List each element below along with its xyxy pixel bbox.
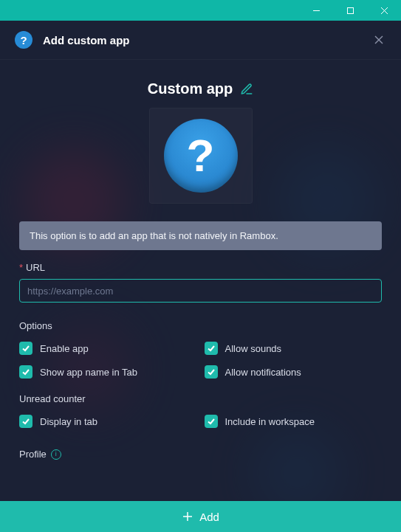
window-minimize-button[interactable] — [299, 0, 333, 21]
close-icon — [374, 35, 384, 45]
close-icon — [380, 7, 388, 15]
unread-counter-label: Unread counter — [19, 393, 382, 404]
checkbox-label: Enable app — [40, 343, 89, 354]
dialog-header: ? Add custom app — [0, 21, 401, 60]
checkbox-label: Include in workspace — [225, 416, 315, 427]
checkbox-checked-icon — [19, 415, 32, 428]
options-label: Options — [19, 320, 382, 331]
checkbox-checked-icon — [205, 342, 218, 355]
window-close-button[interactable] — [367, 0, 401, 21]
question-icon: ? — [15, 31, 32, 49]
include-in-workspace-checkbox[interactable]: Include in workspace — [205, 415, 383, 428]
url-input[interactable] — [19, 279, 382, 303]
dialog-body: Custom app ? This option is to add an ap… — [0, 60, 401, 501]
allow-notifications-checkbox[interactable]: Allow notifications — [205, 365, 383, 379]
checkbox-label: Allow sounds — [225, 343, 282, 354]
checkbox-label: Allow notifications — [225, 367, 301, 378]
allow-sounds-checkbox[interactable]: Allow sounds — [205, 342, 383, 355]
url-label: *URL — [19, 262, 382, 273]
required-indicator: * — [19, 262, 23, 273]
app-window: ? Add custom app Custom app ? This optio… — [0, 0, 401, 532]
profile-label-row: Profile i — [19, 449, 382, 460]
app-logo-picker[interactable]: ? — [149, 108, 253, 204]
maximize-icon — [346, 7, 354, 15]
app-name-row: Custom app — [19, 80, 382, 97]
checkbox-checked-icon — [19, 365, 32, 379]
app-name: Custom app — [148, 80, 233, 97]
profile-label: Profile — [19, 449, 47, 460]
show-app-name-checkbox[interactable]: Show app name in Tab — [19, 365, 197, 379]
display-in-tab-checkbox[interactable]: Display in tab — [19, 415, 197, 428]
plus-icon — [182, 511, 193, 522]
question-icon: ? — [164, 119, 238, 193]
pencil-icon — [240, 83, 253, 96]
add-button-label: Add — [199, 511, 219, 523]
dialog-close-button[interactable] — [371, 32, 386, 47]
info-message: This option is to add an app that is not… — [19, 221, 382, 250]
window-titlebar — [0, 0, 401, 21]
info-icon[interactable]: i — [51, 449, 61, 460]
checkbox-checked-icon — [205, 365, 218, 379]
checkbox-checked-icon — [19, 342, 32, 355]
dialog-title: Add custom app — [43, 34, 371, 46]
checkbox-checked-icon — [205, 415, 218, 428]
edit-name-button[interactable] — [240, 83, 253, 96]
checkbox-label: Show app name in Tab — [40, 367, 137, 378]
svg-rect-1 — [347, 7, 353, 13]
minimize-icon — [312, 7, 321, 15]
add-button[interactable]: Add — [0, 501, 401, 532]
window-maximize-button[interactable] — [333, 0, 367, 21]
enable-app-checkbox[interactable]: Enable app — [19, 342, 197, 355]
checkbox-label: Display in tab — [40, 416, 97, 427]
